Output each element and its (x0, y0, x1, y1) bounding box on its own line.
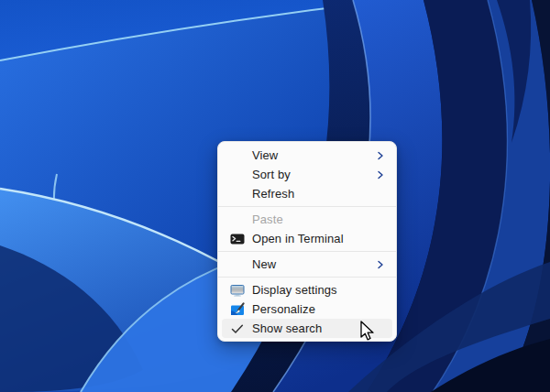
terminal-icon (222, 232, 252, 246)
personalize-icon (222, 302, 252, 317)
menu-item-label: View (252, 148, 374, 162)
desktop-context-menu: View Sort by Refresh Paste (217, 141, 397, 342)
menu-item-new[interactable]: New (222, 255, 392, 274)
menu-item-open-in-terminal[interactable]: Open in Terminal (222, 229, 392, 248)
menu-item-label: Open in Terminal (252, 232, 374, 245)
chevron-right-icon (374, 151, 385, 160)
menu-item-label: Refresh (252, 187, 374, 201)
menu-item-refresh[interactable]: Refresh (222, 184, 392, 203)
menu-item-label: Personalize (252, 302, 374, 316)
mouse-cursor (359, 321, 378, 343)
menu-item-personalize[interactable]: Personalize (222, 299, 392, 319)
menu-item-label: Sort by (252, 168, 374, 181)
display-icon (222, 283, 252, 298)
menu-item-label: New (252, 257, 374, 271)
menu-item-display-settings[interactable]: Display settings (222, 280, 392, 299)
menu-separator (218, 277, 396, 278)
checkmark-icon (222, 323, 252, 334)
chevron-right-icon (374, 170, 385, 180)
menu-item-paste[interactable]: Paste (222, 210, 392, 229)
desktop: View Sort by Refresh Paste (0, 0, 550, 392)
menu-separator (218, 206, 396, 207)
menu-separator (218, 251, 396, 252)
menu-item-view[interactable]: View (222, 146, 392, 165)
chevron-right-icon (374, 260, 385, 269)
menu-item-label: Display settings (252, 283, 374, 297)
menu-item-label: Show search (252, 321, 374, 335)
menu-item-label: Paste (252, 212, 374, 226)
menu-item-sort-by[interactable]: Sort by (222, 165, 392, 184)
